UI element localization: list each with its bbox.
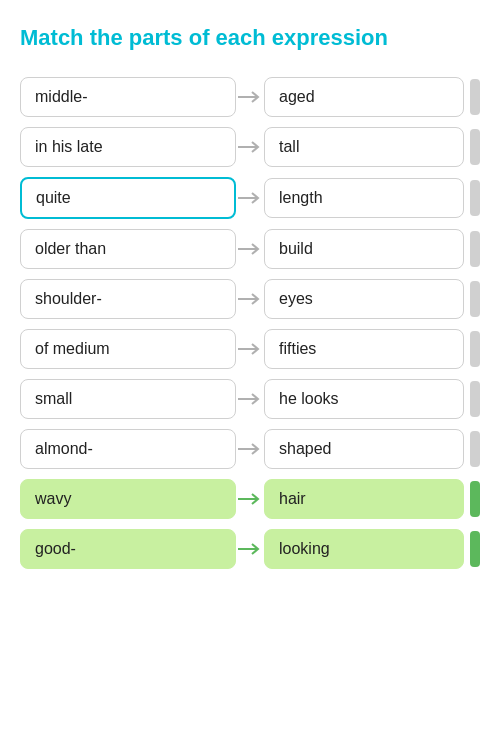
table-row: wavy hair [20, 479, 480, 519]
right-word-box[interactable]: shaped [264, 429, 464, 469]
table-row: quite length [20, 177, 480, 219]
left-word-box[interactable]: older than [20, 229, 236, 269]
left-word-box[interactable]: almond- [20, 429, 236, 469]
connector-arrow [236, 291, 264, 307]
left-word-box[interactable]: middle- [20, 77, 236, 117]
connector-arrow [236, 89, 264, 105]
drag-handle[interactable] [470, 331, 480, 367]
right-word-box[interactable]: build [264, 229, 464, 269]
drag-handle[interactable] [470, 231, 480, 267]
table-row: of medium fifties [20, 329, 480, 369]
left-word-box[interactable]: quite [20, 177, 236, 219]
left-word-box[interactable]: small [20, 379, 236, 419]
connector-arrow [236, 491, 264, 507]
connector-arrow [236, 139, 264, 155]
drag-handle[interactable] [470, 481, 480, 517]
left-word-box[interactable]: good- [20, 529, 236, 569]
right-word-box[interactable]: aged [264, 77, 464, 117]
connector-arrow [236, 391, 264, 407]
left-word-box[interactable]: wavy [20, 479, 236, 519]
connector-arrow [236, 241, 264, 257]
drag-handle[interactable] [470, 281, 480, 317]
right-word-box[interactable]: eyes [264, 279, 464, 319]
right-word-box[interactable]: fifties [264, 329, 464, 369]
table-row: small he looks [20, 379, 480, 419]
left-word-box[interactable]: of medium [20, 329, 236, 369]
right-word-box[interactable]: looking [264, 529, 464, 569]
right-word-box[interactable]: he looks [264, 379, 464, 419]
right-word-box[interactable]: tall [264, 127, 464, 167]
drag-handle[interactable] [470, 381, 480, 417]
table-row: good- looking [20, 529, 480, 569]
page-title: Match the parts of each expression [20, 24, 480, 53]
connector-arrow [236, 441, 264, 457]
left-word-box[interactable]: in his late [20, 127, 236, 167]
table-row: almond- shaped [20, 429, 480, 469]
left-word-box[interactable]: shoulder- [20, 279, 236, 319]
drag-handle[interactable] [470, 79, 480, 115]
table-row: shoulder- eyes [20, 279, 480, 319]
table-row: middle- aged [20, 77, 480, 117]
pairs-container: middle- agedin his late tallquite length… [20, 77, 480, 569]
drag-handle[interactable] [470, 180, 480, 216]
connector-arrow [236, 341, 264, 357]
table-row: in his late tall [20, 127, 480, 167]
drag-handle[interactable] [470, 531, 480, 567]
table-row: older than build [20, 229, 480, 269]
drag-handle[interactable] [470, 431, 480, 467]
drag-handle[interactable] [470, 129, 480, 165]
connector-arrow [236, 541, 264, 557]
right-word-box[interactable]: length [264, 178, 464, 218]
right-word-box[interactable]: hair [264, 479, 464, 519]
connector-arrow [236, 190, 264, 206]
